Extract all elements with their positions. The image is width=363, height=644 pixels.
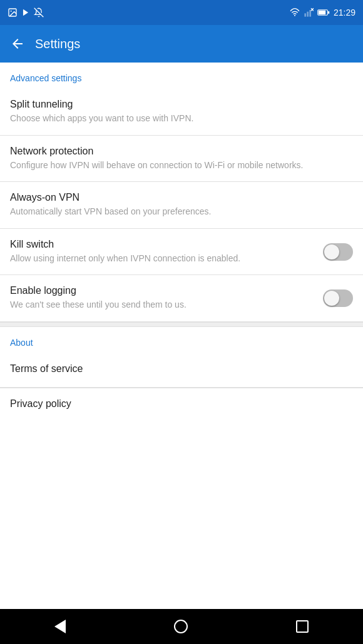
always-on-vpn-title: Always-on VPN (10, 192, 345, 203)
kill-switch-desc: Allow using internet only when IVPN conn… (10, 253, 315, 265)
always-on-vpn-item[interactable]: Always-on VPN Automatically start VPN ba… (0, 182, 363, 229)
privacy-policy-title: Privacy policy (10, 398, 353, 410)
terms-of-service-text: Terms of service (10, 363, 353, 377)
svg-line-3 (34, 8, 44, 18)
wifi-icon (290, 8, 300, 18)
split-tunneling-text: Split tunneling Choose which apps you wa… (10, 99, 353, 125)
svg-rect-5 (304, 13, 306, 16)
about-section-header: About (0, 327, 363, 353)
privacy-policy-item[interactable]: Privacy policy (0, 388, 363, 415)
advanced-settings-header: Advanced settings (0, 63, 363, 89)
nav-recent-button[interactable] (296, 620, 309, 633)
svg-rect-6 (307, 12, 309, 17)
always-on-vpn-text: Always-on VPN Automatically start VPN ba… (10, 192, 353, 218)
status-bar-left (8, 8, 44, 18)
svg-rect-11 (319, 11, 325, 14)
split-tunneling-title: Split tunneling (10, 99, 345, 110)
status-time: 21:29 (334, 8, 355, 18)
play-icon (21, 8, 30, 17)
terms-of-service-title: Terms of service (10, 363, 345, 375)
status-bar-right: 21:29 (290, 8, 355, 18)
image-icon (8, 8, 18, 18)
enable-logging-text: Enable logging We can't see these until … (10, 285, 323, 311)
network-protection-title: Network protection (10, 146, 345, 157)
status-bar: 21:29 (0, 0, 363, 25)
split-tunneling-item[interactable]: Split tunneling Choose which apps you wa… (0, 89, 363, 136)
about-section-label: About (10, 338, 33, 348)
recent-square-icon (296, 620, 309, 633)
back-triangle-icon (54, 620, 66, 633)
kill-switch-toggle-knob (324, 244, 339, 259)
nav-home-button[interactable] (174, 620, 188, 633)
network-protection-text: Network protection Configure how IVPN wi… (10, 146, 353, 172)
always-on-vpn-desc: Automatically start VPN based on your pr… (10, 206, 345, 218)
enable-logging-item[interactable]: Enable logging We can't see these until … (0, 275, 363, 322)
svg-rect-12 (328, 11, 329, 14)
battery-icon (317, 8, 330, 17)
nav-back-button[interactable] (54, 620, 66, 633)
kill-switch-text: Kill switch Allow using internet only wh… (10, 239, 323, 265)
split-tunneling-desc: Choose which apps you want to use with I… (10, 113, 345, 125)
advanced-settings-label: Advanced settings (10, 73, 81, 83)
content: Advanced settings Split tunneling Choose… (0, 63, 363, 609)
enable-logging-toggle-knob (324, 291, 339, 306)
kill-switch-item[interactable]: Kill switch Allow using internet only wh… (0, 229, 363, 276)
notification-off-icon (34, 8, 44, 18)
enable-logging-title: Enable logging (10, 285, 315, 296)
network-protection-desc: Configure how IVPN will behave on connec… (10, 159, 345, 172)
home-circle-icon (174, 620, 188, 633)
enable-logging-toggle[interactable] (323, 289, 353, 307)
app-bar: Settings (0, 25, 363, 63)
back-button[interactable] (10, 36, 25, 51)
bottom-nav (0, 609, 363, 644)
signal-icon (304, 8, 314, 18)
network-protection-item[interactable]: Network protection Configure how IVPN wi… (0, 136, 363, 183)
section-divider (0, 322, 363, 327)
enable-logging-desc: We can't see these until you send them t… (10, 299, 315, 311)
kill-switch-title: Kill switch (10, 239, 315, 250)
svg-point-1 (11, 11, 12, 12)
app-bar-title: Settings (35, 37, 80, 51)
svg-point-4 (294, 15, 295, 16)
svg-marker-2 (23, 9, 28, 16)
svg-rect-7 (309, 10, 311, 17)
terms-of-service-item[interactable]: Terms of service (0, 353, 363, 388)
kill-switch-toggle[interactable] (323, 243, 353, 261)
